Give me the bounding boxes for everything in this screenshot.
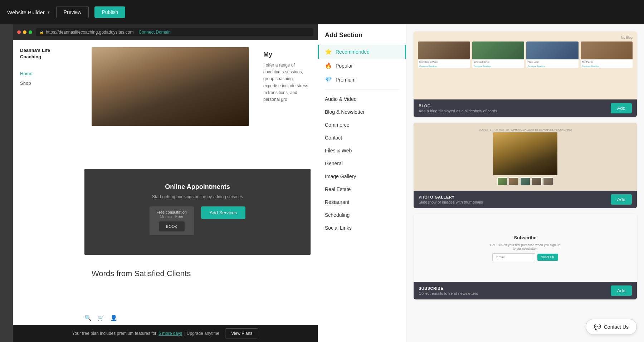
- blog-card-desc: Add a blog displayed as a slideshow of c…: [419, 109, 611, 113]
- free-consult-label: Free consultation: [157, 210, 187, 214]
- lock-icon: 🔒: [39, 30, 44, 34]
- browser-chrome: 🔒 https://deannaslifecoaching.godaddysit…: [13, 24, 318, 40]
- connect-domain-link[interactable]: Connect Domain: [139, 30, 171, 35]
- blog-card-2: Color and Sweet Continue Reading: [472, 41, 525, 68]
- preview-button[interactable]: Preview: [56, 6, 89, 18]
- subscribe-title-mock: Subscribe: [514, 235, 537, 240]
- category-image-gallery-label: Image Gallery: [325, 174, 356, 179]
- category-restaurant-label: Restaurant: [325, 199, 349, 205]
- gallery-card-desc: Slideshow of images with thumbnails: [419, 200, 611, 204]
- recommended-icon: ⭐: [325, 48, 332, 55]
- category-recommended[interactable]: ⭐ Recommended: [318, 45, 406, 59]
- category-scheduling[interactable]: Scheduling: [318, 209, 406, 221]
- category-commerce-label: Commerce: [325, 122, 349, 128]
- category-blog-newsletter-label: Blog & Newsletter: [325, 109, 365, 115]
- add-section-panel: ✕ Add Section ⭐ Recommended 🔥 Popular 💎 …: [318, 0, 644, 342]
- category-real-estate-label: Real Estate: [325, 186, 351, 192]
- upgrade-link[interactable]: 6 more days: [158, 331, 182, 336]
- thumbnail-3: [520, 177, 530, 185]
- words-section: Words from Satisfied Clients: [84, 262, 318, 285]
- blog-card-img-4: [581, 41, 633, 59]
- gallery-card-footer: PHOTO GALLERY Slideshow of images with t…: [414, 191, 637, 208]
- gallery-preview-inner: MOMENTS THAT MATTER · A PHOTO GALLERY BY…: [414, 123, 637, 191]
- nav-item-home[interactable]: Home: [20, 71, 77, 76]
- separator-text: | Upgrade anytime: [184, 331, 219, 336]
- category-general[interactable]: General: [318, 157, 406, 170]
- hero-image-inner: [92, 47, 249, 126]
- brand: Website Builder ▼: [7, 9, 50, 15]
- blog-card-img-2: [472, 41, 525, 59]
- panel-content: My Blog Everything in Place Continue Rea…: [406, 24, 644, 342]
- free-consult-card: Free consultation 15 min - Free BOOK: [150, 206, 194, 235]
- blog-add-button[interactable]: Add: [611, 103, 632, 113]
- appointments-title: Online Appointments: [95, 183, 300, 191]
- premium-icon: 💎: [325, 76, 332, 83]
- gallery-label-top: MOMENTS THAT MATTER · A PHOTO GALLERY BY…: [479, 128, 572, 131]
- subscribe-email-input-mock: [492, 253, 535, 261]
- blog-card-info: BLOG Add a blog displayed as a slideshow…: [419, 104, 611, 113]
- footer-icons: 🔍 🛒 👤: [84, 311, 117, 325]
- search-icon[interactable]: 🔍: [84, 314, 92, 321]
- active-indicator: [318, 45, 319, 59]
- blog-card-img-3: [526, 41, 579, 59]
- thumbnail-1: [497, 177, 507, 185]
- blog-card-4: The Palette Continue Reading: [581, 41, 633, 68]
- hero-my-label: My: [263, 51, 311, 58]
- site-sidebar: Deanna's LifeCoaching Home Shop: [13, 40, 84, 342]
- category-social-links-label: Social Links: [325, 225, 352, 231]
- bottom-bar: Your free plan includes premium features…: [13, 325, 318, 342]
- subscribe-add-button[interactable]: Add: [611, 285, 632, 296]
- category-commerce[interactable]: Commerce: [318, 118, 406, 131]
- category-premium[interactable]: 💎 Premium: [318, 73, 406, 87]
- add-services-button[interactable]: Add Services: [201, 206, 246, 219]
- category-image-gallery[interactable]: Image Gallery: [318, 170, 406, 183]
- category-popular-label: Popular: [336, 63, 353, 69]
- blog-card-3: Place Land Continue Reading: [526, 41, 579, 68]
- user-icon[interactable]: 👤: [110, 314, 117, 321]
- subscribe-card-footer: SUBSCRIBE Collect emails to send newslet…: [414, 282, 637, 299]
- blog-card-text-1: Everything in Place: [418, 59, 470, 64]
- site-main: My I offer a range of coaching s session…: [84, 40, 318, 342]
- gallery-main-image: [493, 132, 557, 175]
- gallery-add-button[interactable]: Add: [611, 194, 632, 205]
- website-content: Deanna's LifeCoaching Home Shop My I off…: [13, 40, 318, 342]
- panel-sidebar: Add Section ⭐ Recommended 🔥 Popular 💎 Pr…: [318, 24, 406, 342]
- brand-chevron-icon: ▼: [47, 10, 50, 14]
- gallery-card-label: PHOTO GALLERY: [419, 195, 611, 199]
- nav-item-shop[interactable]: Shop: [20, 80, 77, 86]
- book-button[interactable]: BOOK: [159, 221, 185, 231]
- blog-card-text-4: The Palette: [581, 59, 633, 64]
- popular-icon: 🔥: [325, 62, 332, 69]
- category-audio-video-label: Audio & Video: [325, 96, 356, 102]
- category-files-web[interactable]: Files & Web: [318, 144, 406, 157]
- category-restaurant[interactable]: Restaurant: [318, 196, 406, 209]
- subscribe-btn-mock: SIGN UP: [537, 254, 558, 261]
- thumbnail-2: [509, 177, 519, 185]
- cart-icon[interactable]: 🛒: [97, 314, 104, 321]
- blog-card-text-3: Place Land: [526, 59, 579, 64]
- view-plans-button[interactable]: View Plans: [225, 328, 258, 338]
- category-divider: [325, 89, 399, 90]
- category-recommended-label: Recommended: [336, 49, 370, 55]
- appointments-section: Online Appointments Start getting bookin…: [84, 169, 311, 255]
- words-title: Words from Satisfied Clients: [92, 269, 311, 278]
- category-scheduling-label: Scheduling: [325, 212, 350, 218]
- contact-us-button[interactable]: 💬 Contact Us: [586, 319, 637, 335]
- subscribe-section-card: Subscribe Get 10% off your first purchas…: [414, 214, 637, 299]
- category-social-links[interactable]: Social Links: [318, 221, 406, 234]
- category-popular[interactable]: 🔥 Popular: [318, 59, 406, 73]
- blog-section-card: My Blog Everything in Place Continue Rea…: [414, 31, 637, 117]
- category-real-estate[interactable]: Real Estate: [318, 183, 406, 196]
- subscribe-card-info: SUBSCRIBE Collect emails to send newslet…: [419, 286, 611, 295]
- category-premium-label: Premium: [336, 77, 356, 83]
- panel-title: Add Section: [318, 31, 406, 45]
- category-audio-video[interactable]: Audio & Video: [318, 93, 406, 106]
- subscribe-preview: Subscribe Get 10% off your first purchas…: [414, 214, 637, 282]
- hero-description: I offer a range of coaching s sessions, …: [263, 62, 311, 103]
- publish-button[interactable]: Publish: [94, 6, 125, 18]
- category-contact[interactable]: Contact: [318, 131, 406, 144]
- gallery-thumbnails: [497, 177, 553, 185]
- free-consult-price: 15 min - Free: [157, 214, 187, 219]
- category-blog-newsletter[interactable]: Blog & Newsletter: [318, 106, 406, 118]
- blog-preview-inner: My Blog Everything in Place Continue Rea…: [414, 31, 637, 99]
